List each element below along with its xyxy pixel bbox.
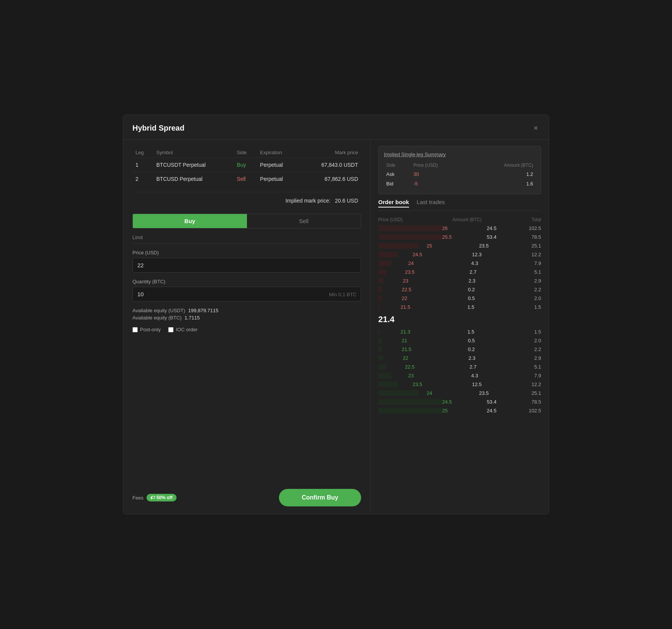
bid-price: 21.5 [402,346,432,352]
modal-header: Hybrid Spread × [123,115,549,140]
fees-label: Fees [132,495,143,501]
ask-row[interactable]: 22.5 0.2 2.2 [378,285,541,294]
ask-total: 78.5 [511,234,541,240]
equity-usdt-row: Available equity (USDT) 199,879.7115 [132,308,361,313]
bid-total: 5.1 [511,364,541,370]
bid-row[interactable]: 21.3 1.5 1.5 [378,327,541,336]
ask-row[interactable]: 21.5 1.5 1.5 [378,303,541,311]
ask-row[interactable]: 24 4.3 7.9 [378,259,541,268]
implied-mark-value: 20.6 USD [335,198,358,204]
quantity-wrapper: Min 0.1 BTC [132,287,361,302]
ask-row[interactable]: 26 24.5 102.5 [378,224,541,233]
bid-amount: 23.5 [465,390,503,396]
equity-btc-label: Available equity (BTC) [132,315,182,321]
ask-row[interactable]: 23 2.3 2.9 [378,276,541,285]
bid-price: 22.5 [405,364,435,370]
mid-price: 21.4 [378,311,541,327]
bid-total: 2.9 [511,355,541,361]
col-symbol: Symbol [153,147,234,158]
bid-amount: 1.5 [452,329,490,335]
bid-row[interactable]: 25 24.5 102.5 [378,406,541,415]
sell-button[interactable]: Sell [247,214,361,228]
quantity-field-group: Quantity (BTC) Min 0.1 BTC [132,279,361,302]
ioc-input[interactable] [168,327,174,332]
summary-col-amount: Amount (BTC) [468,161,535,169]
ioc-checkbox[interactable]: IOC order [168,327,197,332]
legs-table: Leg Symbol Side Expiration Mark price 1 … [132,147,361,186]
ask-amount: 23.5 [465,243,503,249]
right-panel: Implied Single-leg Summary Side Price (U… [371,140,549,514]
ask-price: 24.5 [412,252,443,257]
post-only-input[interactable] [132,327,138,332]
fees-section: Fees 🏷 50% off [132,494,177,501]
checkboxes-section: Post-only IOC order [132,327,361,332]
buy-button[interactable]: Buy [133,214,247,228]
bid-amount: 2.3 [453,355,491,361]
equity-btc-row: Available equity (BTC) 1.7115 [132,315,361,321]
leg-mark-price: 67,843.0 USDT [299,158,361,172]
ask-row[interactable]: 22 0.5 2.0 [378,294,541,303]
bid-row[interactable]: 21 0.5 2.0 [378,336,541,345]
bid-row[interactable]: 22.5 2.7 5.1 [378,362,541,371]
price-field-group: Price (USD) [132,250,361,273]
summary-bid-price: -5 [411,179,468,188]
leg-side: Buy [234,158,257,172]
leg-symbol: BTCUSDT Perpetual [153,158,234,172]
ask-row[interactable]: 25.5 53.4 78.5 [378,233,541,241]
close-button[interactable]: × [532,123,540,133]
ask-price: 25 [427,243,457,249]
buy-sell-toggle: Buy Sell [132,214,361,228]
ask-row[interactable]: 23.5 2.7 5.1 [378,268,541,276]
fees-badge-text: 50% off [156,495,173,500]
price-input[interactable] [132,258,361,273]
tab-order-book[interactable]: Order book [378,199,409,208]
bid-amount: 24.5 [473,408,511,413]
leg-side: Sell [234,172,257,186]
bid-price: 24 [427,390,457,396]
bid-row[interactable]: 22 2.3 2.9 [378,354,541,362]
bid-amount: 0.2 [452,346,490,352]
bid-row[interactable]: 23 4.3 7.9 [378,371,541,380]
confirm-buy-button[interactable]: Confirm Buy [279,489,361,506]
post-only-checkbox[interactable]: Post-only [132,327,161,332]
table-row: 2 BTCUSD Perpetual Sell Perpetual 67,862… [132,172,361,186]
orderbook-header: Price (USD) Amount (BTC) Total [378,216,541,224]
bid-row[interactable]: 23.5 12.5 12.2 [378,380,541,389]
bid-row[interactable]: 24.5 53.4 78.5 [378,398,541,406]
summary-col-side: Side [384,161,411,169]
leg-expiration: Perpetual [257,158,299,172]
ask-amount: 24.5 [473,225,511,231]
ask-amount: 4.3 [455,260,494,266]
quantity-input[interactable] [132,287,361,302]
quantity-hint: Min 0.1 BTC [329,291,357,297]
ask-total: 7.9 [511,260,541,266]
ask-price: 22 [402,295,432,301]
ask-total: 25.1 [511,243,541,249]
bid-row[interactable]: 24 23.5 25.1 [378,389,541,398]
ask-amount: 0.5 [452,295,490,301]
ioc-label: IOC order [176,327,197,332]
implied-mark-label: Implied mark price: [285,198,330,204]
leg-symbol: BTCUSD Perpetual [153,172,234,186]
bid-price: 23 [408,373,439,378]
ask-total: 2.9 [511,278,541,284]
bid-total: 1.5 [511,329,541,335]
bid-price: 22 [403,355,433,361]
ask-total: 102.5 [511,225,541,231]
bid-total: 12.2 [511,382,541,387]
ask-amount: 2.7 [454,269,492,275]
ask-total: 1.5 [511,304,541,310]
fees-badge: 🏷 50% off [147,494,177,501]
ask-total: 2.2 [511,287,541,292]
summary-bid-amount: 1.6 [468,179,535,188]
tab-last-trades[interactable]: Last trades [417,199,445,208]
bid-total: 2.0 [511,338,541,343]
leg-number: 2 [132,172,153,186]
bid-total: 102.5 [511,408,541,413]
summary-title: Implied Single-leg Summary [384,152,535,157]
ask-row[interactable]: 25 23.5 25.1 [378,241,541,250]
ask-row[interactable]: 24.5 12.3 12.2 [378,250,541,259]
ask-price: 26 [442,225,473,231]
bid-row[interactable]: 21.5 0.2 2.2 [378,345,541,354]
ask-price: 25.5 [442,234,473,240]
